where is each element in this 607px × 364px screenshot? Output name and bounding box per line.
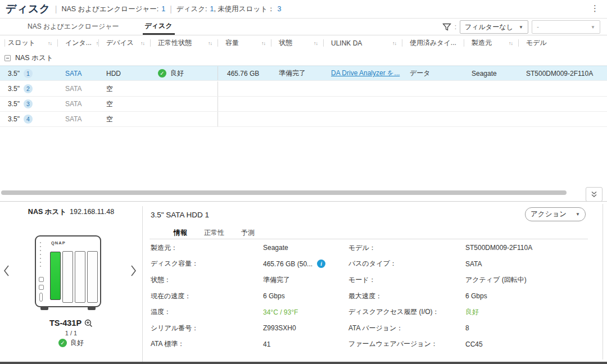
table-row[interactable]: 3.5" 1 SATA HDD ✓ 良好 465.76 GB 準備完了 DA D…	[0, 66, 607, 81]
slot-number-badge: 1	[24, 69, 33, 78]
field-value-current-speed: 6 Gbps	[263, 292, 348, 300]
filter-dropdown-value: フィルターなし	[465, 22, 513, 32]
page-title: ディスク	[6, 2, 51, 16]
separator: |	[170, 4, 172, 13]
capacity-cell	[218, 112, 271, 126]
host-status-text: 良好	[70, 338, 84, 348]
tab-prediction[interactable]: 予測	[241, 228, 255, 240]
field-label-ata-version: ATA バージョン：	[348, 324, 465, 333]
drive-bays	[50, 251, 98, 303]
device-led-strip	[40, 242, 41, 267]
group-row-nas-host[interactable]: NAS ホスト	[0, 51, 607, 66]
column-header-ulink-da[interactable]: ULINK DA ↑↓	[323, 35, 402, 51]
status-cell	[271, 81, 323, 96]
column-header-health[interactable]: 正常性状態 ↑↓	[150, 35, 218, 51]
field-value-mode: アクティブ (回転中)	[465, 275, 588, 285]
nas-device-illustration[interactable]: QNAP	[35, 235, 101, 307]
field-value-temperature: 34°C / 93°F	[263, 308, 348, 316]
field-value-firmware-version: CC45	[465, 340, 588, 348]
healthy-check-icon: ✓	[58, 339, 67, 347]
column-header-device[interactable]: デバイス ↑↓	[98, 35, 150, 51]
column-header-model[interactable]: モデル	[518, 35, 607, 51]
column-header-manufacturer[interactable]: 製造元 ↑↓	[464, 35, 518, 51]
separator: |	[55, 4, 57, 13]
drive-bay-4-empty[interactable]	[87, 251, 98, 303]
model-cell: ST500DM009-2F110A	[518, 66, 607, 80]
field-label-disk-capacity: ディスク容量：	[151, 259, 263, 269]
status-cell	[271, 112, 323, 126]
window-bottom-edge	[0, 362, 607, 364]
model-cell	[518, 97, 607, 111]
interface-cell: SATA	[57, 66, 98, 80]
ulink-da-cell	[323, 97, 402, 111]
status-cell	[271, 97, 323, 111]
slot-number-badge: 2	[24, 84, 33, 93]
zoom-in-icon[interactable]	[84, 319, 93, 327]
sort-icon[interactable]: ↑↓	[141, 40, 144, 46]
tab-health[interactable]: 正常性	[204, 228, 224, 240]
used-type-cell: データ	[402, 66, 464, 80]
filter-colon: :	[455, 23, 456, 31]
secondary-dropdown-value: -	[537, 23, 539, 31]
field-value-status: 準備完了	[263, 275, 348, 285]
detail-title: 3.5" SATA HDD 1	[151, 211, 209, 219]
carousel-next-button[interactable]	[129, 265, 138, 277]
sort-icon[interactable]: ↑↓	[392, 40, 396, 46]
field-label-bus-type: バスのタイプ：	[348, 259, 465, 269]
field-value-manufacturer: Seagate	[263, 244, 348, 252]
device-carousel: NAS ホスト192.168.11.48 QNAP	[0, 202, 142, 362]
sort-icon[interactable]: ↑↓	[48, 40, 52, 46]
sort-icon[interactable]: ↑↓	[208, 40, 212, 46]
ulink-da-cell	[323, 112, 402, 126]
sort-icon[interactable]: ↑↓	[509, 40, 513, 46]
title-bar: ディスク | NAS およびエンクロージャー: 1 | ディスク: 1 , 未使…	[0, 0, 607, 19]
chevron-down-icon: ▼	[519, 25, 523, 30]
host-ip: 192.168.11.48	[70, 208, 114, 216]
sort-icon[interactable]: ↑↓	[261, 40, 265, 46]
action-button[interactable]: アクション ▼	[525, 207, 586, 221]
table-row[interactable]: 3.5" 4 SATA 空	[0, 112, 607, 127]
da-drive-analyzer-link[interactable]: DA Drive Analyzer を...	[331, 69, 400, 78]
column-header-interface[interactable]: インタ... ↑↓	[57, 35, 98, 51]
more-options-icon[interactable]: ⋮	[591, 4, 599, 12]
device-foot	[40, 307, 48, 310]
drive-bay-1-occupied[interactable]	[50, 252, 61, 300]
info-icon[interactable]: i	[317, 260, 325, 268]
field-label-firmware-version: ファームウェアバージョン：	[348, 339, 465, 349]
chevron-down-icon: ▼	[576, 212, 580, 217]
collapse-group-icon[interactable]	[4, 55, 11, 61]
column-header-capacity[interactable]: 容量 ↑↓	[218, 35, 271, 51]
tab-disk[interactable]: ディスク	[143, 19, 175, 35]
carousel-prev-button[interactable]	[2, 265, 11, 277]
tab-nas-and-enclosure[interactable]: NAS およびエンクロージャー	[25, 19, 121, 35]
field-value-serial-number: Z993SXH0	[263, 324, 348, 332]
host-label: NAS ホスト	[28, 208, 66, 216]
disk-details: 3.5" SATA HDD 1 アクション ▼ 情報 正常性 予測 製造元： S…	[143, 202, 601, 362]
filter-dropdown[interactable]: フィルターなし ▼	[460, 20, 528, 34]
drive-bay-3-empty[interactable]	[75, 251, 85, 303]
sort-icon[interactable]: ↑↓	[314, 40, 318, 46]
summary-free-slots-label: , 未使用スロット：	[214, 4, 274, 14]
horizontal-scrollbar-thumb[interactable]	[1, 190, 567, 195]
summary-enclosure-count: 1	[161, 5, 165, 13]
field-label-manufacturer: 製造元：	[151, 243, 263, 253]
secondary-dropdown[interactable]: - ▼	[532, 20, 600, 34]
field-value-model: ST500DM009-2F110A	[465, 244, 588, 252]
device-model-line: TS-431P	[0, 319, 142, 327]
collapse-panel-button[interactable]	[586, 187, 603, 202]
chevron-down-icon: ▼	[591, 25, 595, 30]
used-type-cell	[402, 112, 464, 126]
summary-enclosure-label: NAS およびエンクロージャー:	[61, 4, 158, 14]
vertical-scrollbar[interactable]	[603, 204, 603, 360]
column-header-used-type[interactable]: 使用済みタイ...	[402, 35, 464, 51]
table-row[interactable]: 3.5" 3 SATA 空	[0, 97, 607, 112]
health-cell	[150, 97, 218, 111]
field-label-mode: モード：	[348, 275, 465, 285]
drive-bay-2-empty[interactable]	[62, 251, 73, 303]
column-header-slot[interactable]: スロット ↑↓	[0, 35, 57, 51]
tab-information[interactable]: 情報	[174, 228, 187, 240]
slot-cell: 3.5" 2	[0, 81, 57, 96]
horizontal-scrollbar[interactable]	[0, 189, 585, 196]
column-header-status[interactable]: 状態 ↑↓	[271, 35, 323, 51]
table-row[interactable]: 3.5" 2 SATA 空	[0, 81, 607, 97]
